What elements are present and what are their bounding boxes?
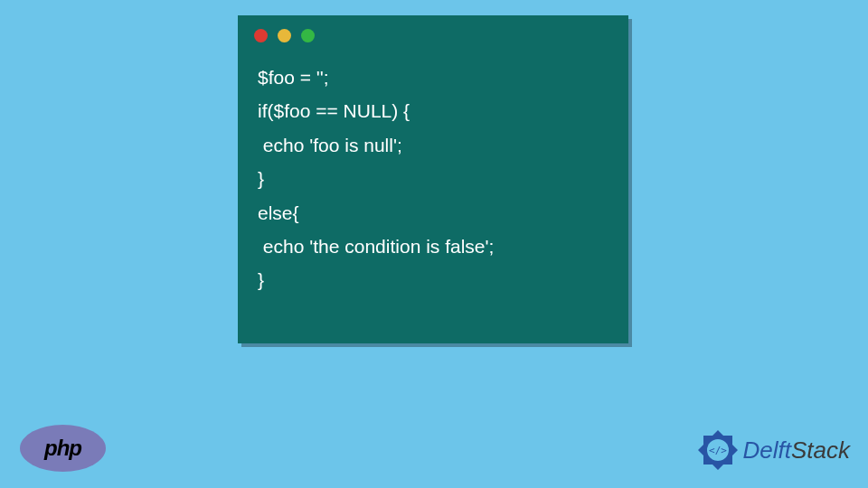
code-window: $foo = ''; if($foo == NULL) { echo 'foo … — [238, 15, 628, 343]
php-logo-text: php — [44, 436, 81, 461]
code-line: echo 'the condition is false'; — [258, 236, 494, 257]
delftstack-icon: </> — [696, 428, 740, 472]
delftstack-logo: </> DelftStack — [696, 428, 851, 472]
svg-text:</>: </> — [709, 445, 727, 456]
code-line: $foo = ''; — [258, 67, 329, 88]
delftstack-text: DelftStack — [743, 436, 851, 465]
php-logo: php — [20, 425, 106, 472]
minimize-icon — [278, 29, 291, 42]
code-line: } — [258, 269, 264, 290]
code-line: echo 'foo is null'; — [258, 135, 402, 155]
delft-part: Delft — [743, 436, 791, 464]
maximize-icon — [301, 29, 315, 42]
code-line: } — [258, 168, 264, 189]
code-content: $foo = ''; if($foo == NULL) { echo 'foo … — [238, 42, 628, 315]
window-controls — [238, 15, 628, 42]
close-icon — [254, 29, 268, 42]
code-line: if($foo == NULL) { — [258, 100, 410, 121]
stack-part: Stack — [791, 436, 850, 464]
code-line: else{ — [258, 202, 299, 223]
